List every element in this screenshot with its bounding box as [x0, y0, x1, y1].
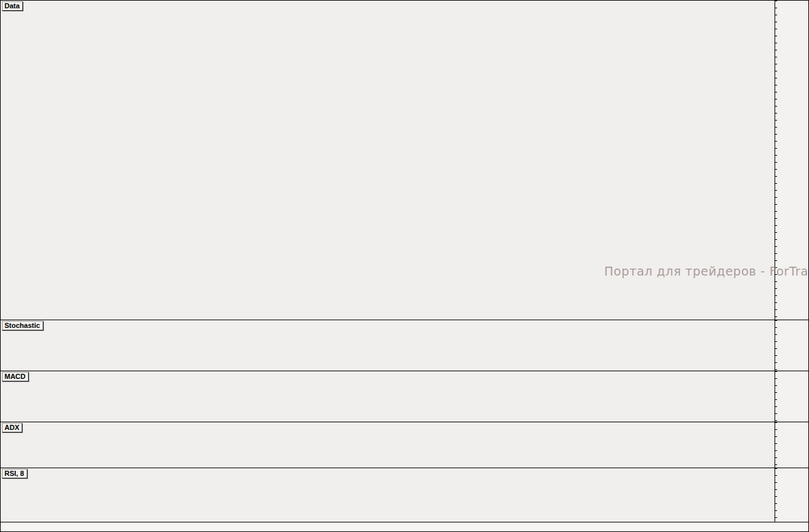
time-axis[interactable] — [1, 522, 809, 532]
adx-scale[interactable] — [775, 422, 809, 468]
stochastic-canvas[interactable] — [1, 320, 775, 371]
panel-separator — [1, 371, 809, 371]
panel-label-macd: MACD — [2, 372, 29, 381]
watermark: Портал для трейдеров - ForTrader.ru — [604, 264, 809, 278]
panel-label-data: Data — [2, 1, 23, 11]
trading-chart-window: Data Stochastic MACD ADX RSI, 8 Портал д… — [0, 0, 809, 532]
panel-label-rsi: RSI, 8 — [2, 469, 27, 478]
panel-label-adx: ADX — [2, 423, 22, 432]
panel-separator — [1, 422, 809, 422]
rsi-scale[interactable] — [775, 468, 809, 522]
panel-separator — [1, 320, 809, 320]
macd-scale[interactable] — [775, 371, 809, 422]
rsi-canvas[interactable] — [1, 468, 775, 522]
macd-canvas[interactable] — [1, 371, 775, 422]
panel-label-stochastic: Stochastic — [2, 321, 43, 330]
panel-separator — [1, 468, 809, 468]
adx-canvas[interactable] — [1, 422, 775, 468]
stochastic-scale[interactable] — [775, 320, 809, 371]
